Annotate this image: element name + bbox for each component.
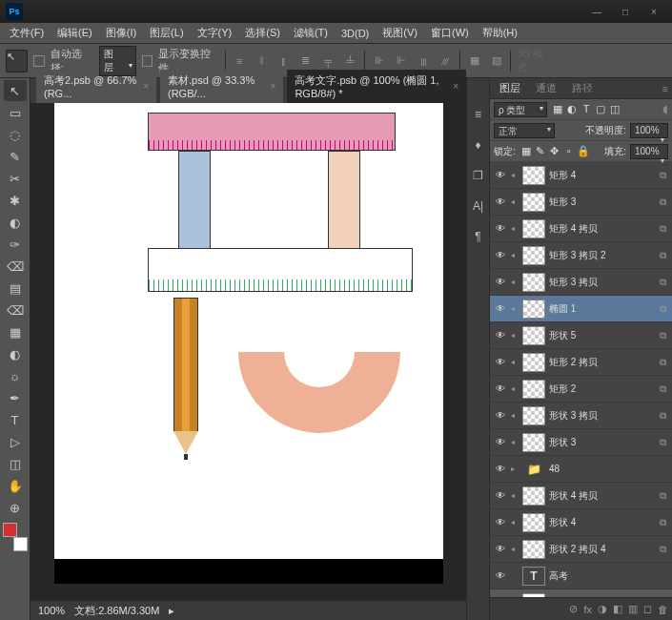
visibility-icon[interactable]: 👁 [494, 570, 507, 581]
align-icon[interactable]: ≡ [232, 53, 248, 69]
align-icon[interactable]: ⫿ [275, 53, 292, 69]
foreground-color[interactable] [3, 523, 17, 537]
tab-channels[interactable]: 通道 [532, 79, 560, 97]
layer-row[interactable]: 👁◂矩形 3⧉ [490, 189, 672, 216]
menu-help[interactable]: 帮助(H) [477, 24, 523, 42]
align-icon[interactable]: ╧ [342, 53, 358, 69]
heal-tool[interactable]: ◐ [4, 212, 27, 233]
new-layer-icon[interactable]: ◻ [643, 603, 652, 615]
menu-filter[interactable]: 滤镜(T) [288, 24, 334, 42]
lock-pos-icon[interactable]: ✥ [548, 145, 561, 157]
visibility-icon[interactable]: 👁 [494, 330, 507, 341]
fx-icon[interactable]: fx [583, 604, 592, 615]
layer-row[interactable]: 👁T高考 [490, 563, 672, 589]
layer-row[interactable]: 👁◂形状 3⧉ [490, 429, 672, 456]
brush-tool[interactable]: ✑ [4, 234, 27, 255]
crop-tool[interactable]: ✂ [4, 168, 27, 189]
layer-name[interactable]: 椭圆 1 [549, 302, 656, 316]
menu-select[interactable]: 选择(S) [239, 24, 286, 42]
canvas[interactable] [54, 103, 443, 584]
layer-name[interactable]: 矩形 2 拷贝 [549, 356, 656, 369]
layer-row[interactable]: 👁◂形状 4⧉ [490, 509, 672, 536]
layer-row[interactable]: 👁◂矩形 2⧉ [490, 376, 672, 403]
menu-type[interactable]: 文字(Y) [192, 24, 238, 42]
layer-row[interactable]: 👁◂矩形 4⧉ [490, 162, 672, 189]
type-tool[interactable]: T [4, 409, 27, 430]
wand-tool[interactable]: ✎ [4, 146, 27, 167]
history-icon[interactable]: ≡ [471, 107, 486, 122]
tab-paths[interactable]: 路径 [568, 79, 597, 97]
eyedropper-tool[interactable]: ✱ [4, 190, 27, 211]
layer-name[interactable]: 矩形 4 拷贝 [549, 222, 656, 236]
layer-name[interactable]: 矩形 3 [549, 196, 656, 209]
distribute-icon[interactable]: ⫼ [415, 53, 431, 69]
background-color[interactable] [13, 537, 28, 551]
adjustment-icon[interactable]: ◧ [613, 603, 622, 615]
layer-row[interactable]: 👁◂形状 5⧉ [490, 322, 672, 349]
zoom-level[interactable]: 100% [38, 605, 65, 616]
distribute-icon[interactable]: ⊩ [393, 53, 409, 69]
filter-shape-icon[interactable]: ▢ [594, 103, 607, 115]
menu-file[interactable]: 文件(F) [4, 24, 50, 42]
visibility-icon[interactable]: 👁 [494, 303, 507, 314]
tab-close-icon[interactable]: × [271, 81, 276, 92]
visibility-icon[interactable]: 👁 [494, 170, 507, 180]
lock-all-icon[interactable]: 🔒 [577, 145, 590, 157]
color-swatches[interactable] [3, 523, 28, 551]
layer-row[interactable]: 👁◂椭圆 1⧉ [490, 296, 672, 322]
blur-tool[interactable]: ◐ [4, 343, 27, 364]
group-icon[interactable]: ▥ [628, 603, 638, 615]
move-tool[interactable]: ↖ [4, 80, 27, 101]
filter-type-icon[interactable]: T [580, 103, 593, 115]
paragraph-icon[interactable]: ¶ [471, 229, 486, 244]
layer-name[interactable]: 矩形 3 拷贝 2 [549, 249, 656, 262]
visibility-icon[interactable]: 👁 [494, 437, 507, 447]
filter-pixel-icon[interactable]: ▦ [551, 103, 564, 115]
visibility-icon[interactable]: 👁 [494, 517, 507, 527]
layer-name[interactable]: 矩形 3 拷贝 [549, 276, 656, 289]
document-tab[interactable]: 高考2.psb @ 66.7%(RG...× [36, 70, 156, 103]
hand-tool[interactable]: ✋ [4, 475, 27, 496]
tool-preset-icon[interactable]: ↖ [6, 50, 28, 72]
filter-smart-icon[interactable]: ◫ [608, 103, 621, 115]
lasso-tool[interactable]: ◌ [4, 124, 27, 145]
layer-row[interactable]: 👁背景🔒 [490, 589, 672, 597]
pen-tool[interactable]: ✒ [4, 387, 27, 408]
trash-icon[interactable]: 🗑 [658, 604, 668, 615]
visibility-icon[interactable]: 👁 [494, 223, 507, 234]
layer-name[interactable]: 高考 [549, 569, 668, 583]
visibility-icon[interactable]: 👁 [494, 464, 507, 474]
tab-layers[interactable]: 图层 [496, 79, 524, 97]
eraser-tool[interactable]: ⌫ [4, 300, 27, 320]
distribute-icon[interactable]: ⊪ [371, 53, 387, 69]
menu-window[interactable]: 窗口(W) [425, 24, 475, 42]
auto-select-mode[interactable]: 图层 [99, 46, 136, 76]
tab-close-icon[interactable]: × [143, 81, 149, 92]
layer-row[interactable]: 👁▸📁48 [490, 456, 672, 483]
visibility-icon[interactable]: 👁 [494, 383, 507, 394]
fill-value[interactable]: 100% [630, 144, 668, 159]
distribute-icon[interactable]: ⫻ [438, 53, 454, 69]
align-icon[interactable]: ⫴ [254, 53, 270, 69]
show-transform-checkbox[interactable] [142, 55, 153, 67]
mask-icon[interactable]: ◑ [598, 603, 607, 615]
close-button[interactable]: × [641, 3, 666, 20]
disclosure-icon[interactable]: ▸ [511, 465, 519, 473]
layer-name[interactable]: 形状 2 拷贝 4 [549, 543, 656, 556]
marquee-tool[interactable]: ▭ [4, 102, 27, 123]
status-arrow-icon[interactable]: ▸ [169, 605, 174, 617]
layer-name[interactable]: 形状 4 [549, 516, 656, 529]
layer-name[interactable]: 形状 4 拷贝 [549, 489, 656, 503]
tab-close-icon[interactable]: × [453, 81, 458, 92]
lock-art-icon[interactable]: ▫ [562, 145, 576, 157]
lock-paint-icon[interactable]: ✎ [534, 145, 547, 157]
link-layers-icon[interactable]: ⊘ [569, 603, 578, 615]
layer-name[interactable]: 矩形 4 [549, 169, 656, 182]
align-icon[interactable]: ≣ [297, 53, 314, 69]
layer-name[interactable]: 形状 5 [549, 329, 656, 342]
filter-adjust-icon[interactable]: ◐ [565, 103, 579, 115]
layers-list[interactable]: 👁◂矩形 4⧉👁◂矩形 3⧉👁◂矩形 4 拷贝⧉👁◂矩形 3 拷贝 2⧉👁◂矩形… [490, 162, 672, 597]
visibility-icon[interactable]: 👁 [494, 196, 507, 207]
menu-edit[interactable]: 编辑(E) [51, 24, 98, 42]
layer-row[interactable]: 👁◂形状 4 拷贝⧉ [490, 483, 672, 509]
